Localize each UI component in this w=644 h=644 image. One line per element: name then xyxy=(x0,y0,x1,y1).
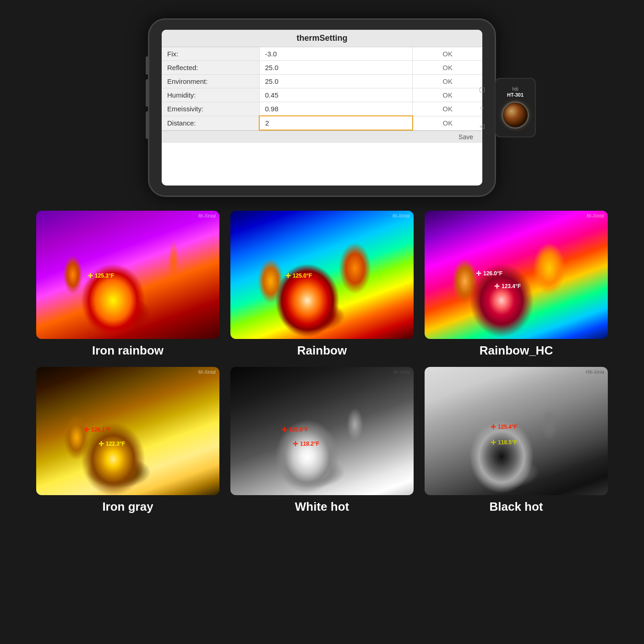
setting-ok-btn[interactable]: OK xyxy=(413,102,482,116)
palette-item-black-hot: Hiti-Xinta ✛125.4°F ✛118.5°F Black hot xyxy=(425,367,608,514)
palette-image-iron-gray[interactable]: fiti-Xintal ✛126.1°F ✛122.3°F xyxy=(36,367,219,495)
table-row: Environment: 25.0 OK xyxy=(162,75,482,88)
setting-ok-btn[interactable]: OK xyxy=(413,88,482,102)
palette-label-rainbow: Rainbow xyxy=(297,344,347,358)
temp-marker-secondary: ✛118.5°F xyxy=(491,439,517,446)
palette-row-1: fiti-Xintal ✛125.3°F Iron rainbow fiti-X… xyxy=(27,211,617,358)
temp-marker-secondary: ✛122.3°F xyxy=(98,440,125,448)
setting-value[interactable]: -3.0 xyxy=(259,47,413,61)
phone-button-vol-up xyxy=(146,79,148,107)
phone-nav-buttons: ▢ ○ ◁ xyxy=(477,85,486,131)
setting-value-active[interactable]: 2 xyxy=(259,116,413,130)
palette-label-rainbow-hc: Rainbow_HC xyxy=(480,344,553,358)
palette-section: fiti-Xintal ✛125.3°F Iron rainbow fiti-X… xyxy=(0,206,644,518)
temp-marker-main: ✛126.0°F xyxy=(476,270,502,277)
square-icon[interactable]: ▢ xyxy=(477,85,486,94)
setting-value[interactable]: 0.98 xyxy=(259,102,413,116)
temp-marker-main: ✛125.5°F xyxy=(282,426,308,433)
setting-ok-btn[interactable]: OK xyxy=(413,116,482,130)
table-row: Fix: -3.0 OK xyxy=(162,47,482,61)
screen-title: thermSetting xyxy=(162,30,482,47)
palette-item-rainbow-hc: fiti-Xintal ✛126.0°F ✛123.4°F Rainbow_HC xyxy=(425,211,608,358)
table-row: Reflected: 25.0 OK xyxy=(162,61,482,75)
back-icon[interactable]: ◁ xyxy=(477,121,486,131)
camera-brand-label: hiti HT-301 xyxy=(507,87,524,98)
palette-image-iron-rainbow[interactable]: fiti-Xintal ✛125.3°F xyxy=(36,211,219,339)
save-bar: Save xyxy=(162,131,482,143)
palette-image-rainbow[interactable]: fiti-Xintal ✛125.0°F xyxy=(230,211,414,339)
phone-button-power xyxy=(146,56,148,75)
table-row: Emeissivity: 0.98 OK xyxy=(162,102,482,116)
palette-label-iron-gray: Iron gray xyxy=(102,500,153,514)
save-button[interactable]: Save xyxy=(458,133,473,141)
table-row: Humidity: 0.45 OK xyxy=(162,88,482,102)
setting-ok-btn[interactable]: OK xyxy=(413,47,482,61)
palette-label-iron-rainbow: Iron rainbow xyxy=(92,344,164,358)
temp-marker-secondary: ✛123.4°F xyxy=(494,283,521,290)
palette-row-2: fiti-Xintal ✛126.1°F ✛122.3°F Iron gray … xyxy=(27,367,617,514)
setting-value[interactable]: 25.0 xyxy=(259,61,413,75)
palette-image-rainbow-hc[interactable]: fiti-Xintal ✛126.0°F ✛123.4°F xyxy=(425,211,608,339)
palette-label-white-hot: White hot xyxy=(295,500,349,514)
temp-marker-main: ✛125.4°F xyxy=(491,423,517,431)
palette-item-white-hot: fiti-Xinta ✛125.5°F ✛118.2°F White hot xyxy=(230,367,414,514)
phone-body: thermSetting Fix: -3.0 OK Reflected: 25.… xyxy=(148,18,496,197)
watermark-black-hot: Hiti-Xinta xyxy=(585,370,604,375)
setting-label: Distance: xyxy=(162,116,259,130)
palette-image-white-hot[interactable]: fiti-Xinta ✛125.5°F ✛118.2°F xyxy=(230,367,414,495)
circle-icon[interactable]: ○ xyxy=(477,103,486,112)
watermark-iron-rainbow: fiti-Xintal xyxy=(198,213,216,218)
table-row-highlighted: Distance: 2 OK xyxy=(162,116,482,130)
camera-lens xyxy=(502,101,529,129)
watermark-iron-gray: fiti-Xintal xyxy=(198,370,216,375)
setting-label: Fix: xyxy=(162,47,259,61)
setting-value[interactable]: 25.0 xyxy=(259,75,413,88)
settings-table: Fix: -3.0 OK Reflected: 25.0 OK Environm… xyxy=(162,47,482,131)
phone-screen: thermSetting Fix: -3.0 OK Reflected: 25.… xyxy=(162,30,482,186)
setting-ok-btn[interactable]: OK xyxy=(413,75,482,88)
setting-label: Humidity: xyxy=(162,88,259,102)
palette-item-rainbow: fiti-Xintal ✛125.0°F Rainbow xyxy=(230,211,414,358)
setting-value[interactable]: 0.45 xyxy=(259,88,413,102)
palette-label-black-hot: Black hot xyxy=(489,500,543,514)
setting-label: Reflected: xyxy=(162,61,259,75)
watermark-rainbow: fiti-Xintal xyxy=(393,213,410,218)
watermark-white-hot: fiti-Xinta xyxy=(393,370,410,375)
temp-marker-main: ✛126.1°F xyxy=(84,426,110,433)
phone-section: thermSetting Fix: -3.0 OK Reflected: 25.… xyxy=(0,0,644,206)
setting-label: Environment: xyxy=(162,75,259,88)
palette-image-black-hot[interactable]: Hiti-Xinta ✛125.4°F ✛118.5°F xyxy=(425,367,608,495)
camera-model: HT-301 xyxy=(507,92,524,98)
temp-marker-secondary: ✛118.2°F xyxy=(293,440,319,448)
temp-marker-main: ✛125.0°F xyxy=(285,272,312,279)
temp-marker-main: ✛125.3°F xyxy=(87,272,114,279)
watermark-rainbow-hc: fiti-Xintal xyxy=(587,213,604,218)
phone-button-vol-down xyxy=(146,111,148,139)
palette-item-iron-rainbow: fiti-Xintal ✛125.3°F Iron rainbow xyxy=(36,211,219,358)
setting-label: Emeissivity: xyxy=(162,102,259,116)
palette-item-iron-gray: fiti-Xintal ✛126.1°F ✛122.3°F Iron gray xyxy=(36,367,219,514)
camera-module: hiti HT-301 xyxy=(495,78,536,137)
setting-ok-btn[interactable]: OK xyxy=(413,61,482,75)
